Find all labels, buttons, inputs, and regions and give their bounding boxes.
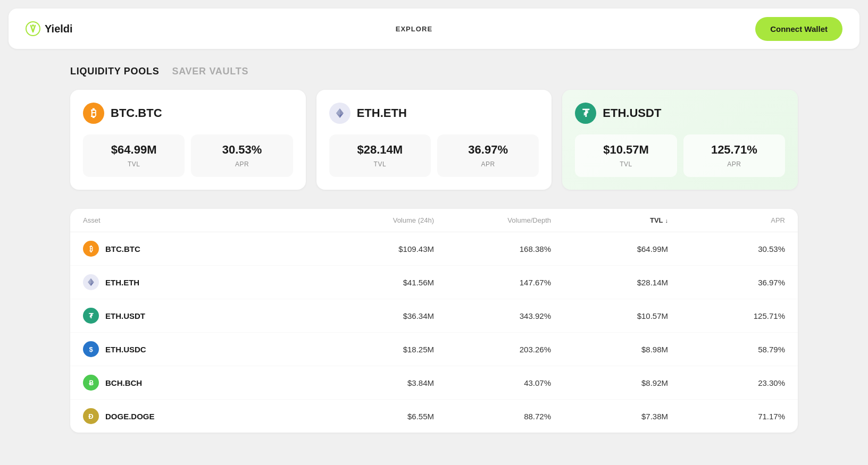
- btc-apr-value: 30.53%: [199, 143, 284, 157]
- volume-depth-cell: 147.67%: [434, 278, 551, 287]
- tvl-cell: $8.92M: [551, 378, 668, 387]
- volume24h-cell: $109.43M: [317, 244, 434, 253]
- apr-cell: 23.30%: [668, 378, 785, 387]
- volume24h-cell: $36.34M: [317, 311, 434, 320]
- eth-apr-box: 36.97% APR: [437, 134, 539, 177]
- tvl-cell: $10.57M: [551, 311, 668, 320]
- volume24h-cell: $6.55M: [317, 412, 434, 421]
- logo-text: Yieldi: [45, 23, 73, 35]
- asset-name: ETH.USDC: [105, 345, 146, 354]
- tvl-cell: $28.14M: [551, 278, 668, 287]
- volume-depth-cell: 88.72%: [434, 412, 551, 421]
- asset-name: ETH.ETH: [105, 278, 139, 287]
- navbar: Yieldi EXPLORE Connect Wallet: [9, 9, 859, 49]
- nav-center: EXPLORE: [396, 25, 432, 33]
- svg-point-0: [26, 22, 40, 36]
- row-icon-eth: [83, 274, 99, 290]
- eth-card-metrics: $28.14M TVL 36.97% APR: [329, 134, 539, 177]
- th-volume24h: Volume (24h): [317, 216, 434, 224]
- volume24h-cell: $18.25M: [317, 345, 434, 354]
- volume-depth-cell: 343.92%: [434, 311, 551, 320]
- featured-card-usdt[interactable]: ₮ ETH.USDT $10.57M TVL 125.71% APR: [562, 90, 798, 190]
- th-volume-depth: Volume/Depth: [434, 216, 551, 224]
- tvl-cell: $64.99M: [551, 244, 668, 253]
- btc-card-metrics: $64.99M TVL 30.53% APR: [83, 134, 293, 177]
- row-icon-doge: Ð: [83, 408, 99, 424]
- apr-cell: 71.17%: [668, 412, 785, 421]
- asset-cell: Ð DOGE.DOGE: [83, 408, 317, 424]
- table-row[interactable]: ₿ BTC.BTC $109.43M 168.38% $64.99M 30.53…: [70, 232, 798, 266]
- volume-depth-cell: 203.26%: [434, 345, 551, 354]
- tab-saver-vaults[interactable]: SAVER VAULTS: [172, 66, 248, 77]
- logo: Yieldi: [26, 21, 73, 36]
- eth-card-title: ETH.ETH: [357, 106, 407, 120]
- asset-name: BCH.BCH: [105, 378, 142, 387]
- apr-cell: 58.79%: [668, 345, 785, 354]
- tabs: LIQUIDITY POOLS SAVER VAULTS: [70, 66, 798, 77]
- asset-cell: ₿ BTC.BTC: [83, 241, 317, 257]
- usdt-icon: ₮: [575, 103, 596, 124]
- card-header-btc: ₿ BTC.BTC: [83, 103, 293, 124]
- asset-cell: Ƀ BCH.BCH: [83, 375, 317, 391]
- row-icon-btc: ₿: [83, 241, 99, 257]
- usdt-apr-label: APR: [727, 160, 741, 168]
- apr-cell: 125.71%: [668, 311, 785, 320]
- eth-apr-label: APR: [481, 160, 495, 168]
- table-row[interactable]: ETH.ETH $41.56M 147.67% $28.14M 36.97%: [70, 266, 798, 299]
- usdt-tvl-value: $10.57M: [583, 143, 668, 157]
- asset-name: BTC.BTC: [105, 244, 140, 253]
- main-content: LIQUIDITY POOLS SAVER VAULTS ₿ BTC.BTC $…: [62, 66, 806, 433]
- btc-tvl-value: $64.99M: [91, 143, 176, 157]
- asset-cell: ETH.ETH: [83, 274, 317, 290]
- eth-tvl-box: $28.14M TVL: [329, 134, 431, 177]
- usdt-tvl-box: $10.57M TVL: [575, 134, 677, 177]
- asset-cell: $ ETH.USDC: [83, 341, 317, 357]
- row-icon-bch: Ƀ: [83, 375, 99, 391]
- card-header-usdt: ₮ ETH.USDT: [575, 103, 785, 124]
- apr-cell: 30.53%: [668, 244, 785, 253]
- volume-depth-cell: 43.07%: [434, 378, 551, 387]
- logo-icon: [26, 21, 40, 36]
- usdt-tvl-label: TVL: [620, 160, 632, 168]
- row-icon-usdc: $: [83, 341, 99, 357]
- table-row[interactable]: Ƀ BCH.BCH $3.84M 43.07% $8.92M 23.30%: [70, 366, 798, 400]
- tvl-cell: $8.98M: [551, 345, 668, 354]
- usdt-apr-value: 125.71%: [692, 143, 777, 157]
- card-header-eth: ETH.ETH: [329, 103, 539, 124]
- table-row[interactable]: Ð DOGE.DOGE $6.55M 88.72% $7.38M 71.17%: [70, 400, 798, 433]
- tvl-cell: $7.38M: [551, 412, 668, 421]
- asset-cell: ₮ ETH.USDT: [83, 308, 317, 324]
- table-body: ₿ BTC.BTC $109.43M 168.38% $64.99M 30.53…: [70, 232, 798, 433]
- featured-card-eth[interactable]: ETH.ETH $28.14M TVL 36.97% APR: [316, 90, 552, 190]
- eth-icon: [329, 103, 350, 124]
- table-header: Asset Volume (24h) Volume/Depth TVL ↓ AP…: [70, 209, 798, 232]
- asset-name: DOGE.DOGE: [105, 412, 155, 421]
- table-row[interactable]: $ ETH.USDC $18.25M 203.26% $8.98M 58.79%: [70, 333, 798, 366]
- featured-card-btc[interactable]: ₿ BTC.BTC $64.99M TVL 30.53% APR: [70, 90, 306, 190]
- apr-cell: 36.97%: [668, 278, 785, 287]
- connect-wallet-button[interactable]: Connect Wallet: [755, 17, 842, 41]
- volume24h-cell: $41.56M: [317, 278, 434, 287]
- btc-tvl-label: TVL: [128, 160, 140, 168]
- asset-name: ETH.USDT: [105, 311, 145, 320]
- nav-item-explore[interactable]: EXPLORE: [396, 25, 432, 33]
- th-tvl[interactable]: TVL ↓: [551, 216, 668, 224]
- btc-card-title: BTC.BTC: [111, 106, 162, 120]
- th-apr: APR: [668, 216, 785, 224]
- volume-depth-cell: 168.38%: [434, 244, 551, 253]
- eth-apr-value: 36.97%: [446, 143, 530, 157]
- featured-cards: ₿ BTC.BTC $64.99M TVL 30.53% APR: [70, 90, 798, 190]
- eth-tvl-value: $28.14M: [338, 143, 422, 157]
- usdt-card-metrics: $10.57M TVL 125.71% APR: [575, 134, 785, 177]
- btc-icon: ₿: [83, 103, 104, 124]
- volume24h-cell: $3.84M: [317, 378, 434, 387]
- table-row[interactable]: ₮ ETH.USDT $36.34M 343.92% $10.57M 125.7…: [70, 299, 798, 333]
- tab-liquidity-pools[interactable]: LIQUIDITY POOLS: [70, 66, 159, 77]
- usdt-card-title: ETH.USDT: [603, 106, 661, 120]
- assets-table: Asset Volume (24h) Volume/Depth TVL ↓ AP…: [70, 209, 798, 433]
- eth-tvl-label: TVL: [374, 160, 386, 168]
- btc-apr-box: 30.53% APR: [191, 134, 293, 177]
- th-asset: Asset: [83, 216, 317, 224]
- row-icon-usdt: ₮: [83, 308, 99, 324]
- usdt-apr-box: 125.71% APR: [683, 134, 785, 177]
